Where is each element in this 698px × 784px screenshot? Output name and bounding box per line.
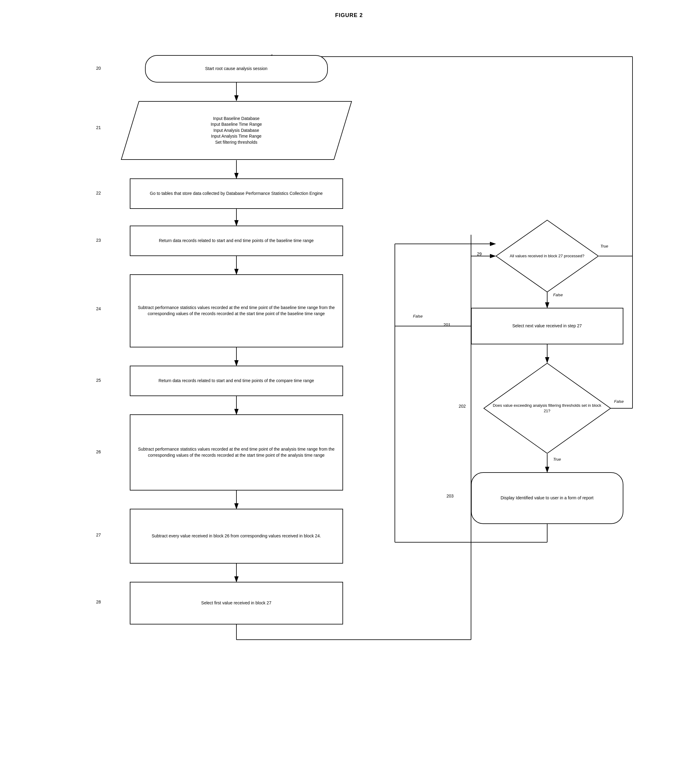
arrow-label-true-202: True [553, 457, 561, 461]
block-27-num: 27 [96, 532, 101, 537]
arrow-label-false-202: False [614, 399, 624, 404]
block-22-process: Go to tables that store data collected b… [130, 178, 343, 209]
block-25-num: 25 [96, 378, 101, 383]
block-25-process: Return data records related to start and… [130, 366, 343, 396]
block-20-num: 20 [96, 66, 101, 71]
block-28-process: Select first value received in block 27 [130, 582, 343, 624]
arrow-label-false-29: False [553, 293, 563, 297]
block-28-num: 28 [96, 600, 101, 604]
block-24-num: 24 [96, 306, 101, 311]
arrow-label-true-29: True [601, 244, 609, 249]
block-21-parallelogram: Input Baseline Database Input Baseline T… [120, 101, 352, 160]
block-29-num: 29 [477, 252, 482, 256]
block-201-num: 201 [444, 323, 450, 327]
block-203-num: 203 [447, 494, 454, 498]
block-26-process: Subtract performance statistics values r… [130, 414, 343, 491]
diagram-container: Start root cause analysis session 20 Inp… [29, 25, 669, 771]
block-29-diamond: All values received in block 27 processe… [495, 219, 599, 293]
block-202-diamond: Does value exceeding analysis filtering … [483, 362, 611, 454]
block-24-process: Subtract performance statistics values r… [130, 274, 343, 348]
block-23-num: 23 [96, 238, 101, 243]
block-27-process: Subtract every value received in block 2… [130, 509, 343, 563]
arrow-label-false-201: False [413, 314, 423, 318]
page-title: FIGURE 2 [0, 0, 698, 25]
block-202-num: 202 [459, 404, 466, 408]
block-201-process: Select next value received in step 27 [471, 308, 623, 344]
block-20-terminal: Start root cause analysis session [145, 55, 328, 82]
block-203-terminal: Display Identified value to user in a fo… [471, 472, 623, 524]
block-22-num: 22 [96, 191, 101, 196]
block-21-num: 21 [96, 125, 101, 130]
block-26-num: 26 [96, 450, 101, 454]
block-23-process: Return data records related to start and… [130, 226, 343, 256]
